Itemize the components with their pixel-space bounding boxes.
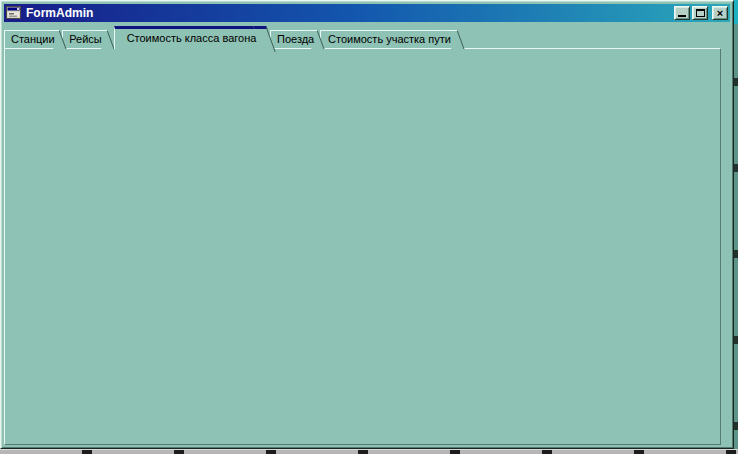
tab-label: Стоимость класса вагона	[121, 32, 259, 44]
tab-label: Станции	[5, 33, 57, 45]
maximize-button[interactable]	[692, 6, 708, 20]
tab-label: Рейсы	[63, 33, 104, 45]
minimize-button[interactable]	[674, 6, 690, 20]
close-button[interactable]: ×	[712, 6, 728, 20]
background-bottom-sliver	[0, 449, 738, 454]
tab-wagon-class-cost[interactable]: Стоимость класса вагона	[114, 26, 264, 49]
window-title: FormAdmin	[26, 6, 93, 20]
tab-label: Поезда	[271, 33, 316, 45]
form-icon	[6, 6, 22, 20]
background-right-sliver-top	[734, 0, 738, 24]
tab-routes[interactable]: Рейсы	[62, 30, 104, 48]
tab-track-section-cost[interactable]: Стоимость участка пути	[320, 30, 454, 48]
close-icon: ×	[713, 6, 727, 20]
tab-trains[interactable]: Поезда	[270, 30, 314, 48]
tab-page-wagon-class-cost	[4, 48, 721, 445]
background-right-sliver	[734, 0, 738, 454]
minimize-icon	[678, 15, 686, 17]
tab-stations[interactable]: Станции	[4, 30, 56, 48]
window-controls: ×	[672, 6, 728, 20]
maximize-icon	[696, 9, 705, 17]
titlebar[interactable]: FormAdmin ×	[4, 4, 730, 22]
app-window: FormAdmin × Станции Рейсы	[0, 0, 734, 449]
tab-strip: Станции Рейсы Стоимость класса вагона По…	[4, 25, 730, 49]
tab-label: Стоимость участка пути	[322, 33, 453, 45]
screen: FormAdmin × Станции Рейсы	[0, 0, 738, 454]
